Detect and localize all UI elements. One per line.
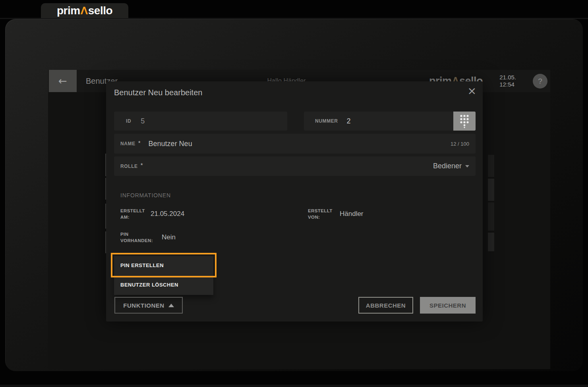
info-pin-exists: PIN VORHANDEN: Nein [120, 231, 176, 244]
cancel-button[interactable]: ABBRECHEN [358, 297, 413, 314]
info-created-at: ERSTELLT AM: 21.05.2024 [120, 208, 184, 220]
nummer-field-value: 2 [347, 117, 351, 125]
info-value: Nein [162, 233, 176, 241]
table-row-fragment [488, 202, 494, 231]
rolle-selected-value: Bediener [433, 162, 462, 170]
rolle-dropdown[interactable]: Bediener [433, 162, 469, 170]
name-field[interactable]: NAME * Benutzer Neu 12 / 100 [114, 134, 476, 154]
nummer-field[interactable]: NUMMER 2 [304, 112, 476, 131]
id-field-label: ID [126, 118, 131, 124]
name-field-value: Benutzer Neu [149, 140, 192, 148]
dialog-title: Benutzer Neu bearbeiten [114, 88, 202, 97]
info-label: ERSTELLT VON: [308, 208, 335, 220]
info-created-by: ERSTELLT VON: Händler [308, 208, 364, 220]
required-asterisk: * [141, 162, 143, 168]
info-value: 21.05.2024 [151, 210, 184, 218]
table-row-fragment [488, 233, 494, 251]
close-icon[interactable]: × [467, 85, 476, 96]
edit-user-dialog: Benutzer Neu bearbeiten × ID 5 NUMMER 2 [106, 81, 483, 322]
primasello-logo: primΛsello [57, 4, 112, 17]
nummer-field-label: NUMMER [315, 118, 338, 124]
table-row-fragment [488, 179, 494, 201]
funktionen-button-label: FUNKTIONEN [123, 302, 164, 309]
name-field-label: NAME [120, 141, 135, 146]
help-button[interactable]: ? [533, 74, 547, 89]
dialpad-icon [459, 114, 470, 128]
rolle-field[interactable]: ROLLE * Bediener [114, 156, 476, 176]
chevron-up-icon [168, 304, 174, 307]
time-label: 12:54 [499, 81, 516, 88]
chevron-down-icon [465, 165, 469, 168]
funktionen-menu: PIN ERSTELLEN BENUTZER LÖSCHEN [114, 256, 213, 295]
funktionen-button[interactable]: FUNKTIONEN [114, 297, 183, 314]
back-button[interactable]: ← [49, 70, 77, 92]
menu-item-benutzer-loeschen[interactable]: BENUTZER LÖSCHEN [114, 274, 213, 295]
info-section-heading: INFORMATIONEN [120, 192, 171, 198]
app-window: ← Benutzer Hallo Händler primΛsello 21.0… [5, 19, 583, 371]
id-field-value: 5 [141, 117, 145, 125]
window-bottom-edge [0, 385, 588, 387]
browser-tab[interactable]: primΛsello [41, 3, 128, 18]
id-field[interactable]: ID 5 [114, 112, 287, 131]
save-button[interactable]: SPEICHERN [420, 297, 476, 314]
datetime-display: 21.05. 12:54 [499, 70, 516, 92]
table-row-fragment [488, 155, 494, 177]
info-value: Händler [340, 210, 364, 218]
logo-lambda-icon: Λ [80, 4, 88, 17]
char-counter: 12 / 100 [451, 141, 469, 147]
date-label: 21.05. [499, 74, 516, 81]
screen: primΛsello ← Benutzer Hallo Händler prim… [0, 0, 588, 387]
rolle-field-label: ROLLE [120, 164, 138, 169]
question-mark-icon: ? [538, 77, 542, 86]
info-label: PIN VORHANDEN: [120, 231, 157, 244]
numeric-keypad-button[interactable] [453, 112, 476, 131]
info-label: ERSTELLT AM: [120, 208, 146, 220]
menu-item-pin-erstellen[interactable]: PIN ERSTELLEN [114, 256, 213, 274]
back-arrow-icon: ← [58, 76, 67, 86]
required-asterisk: * [138, 139, 141, 146]
